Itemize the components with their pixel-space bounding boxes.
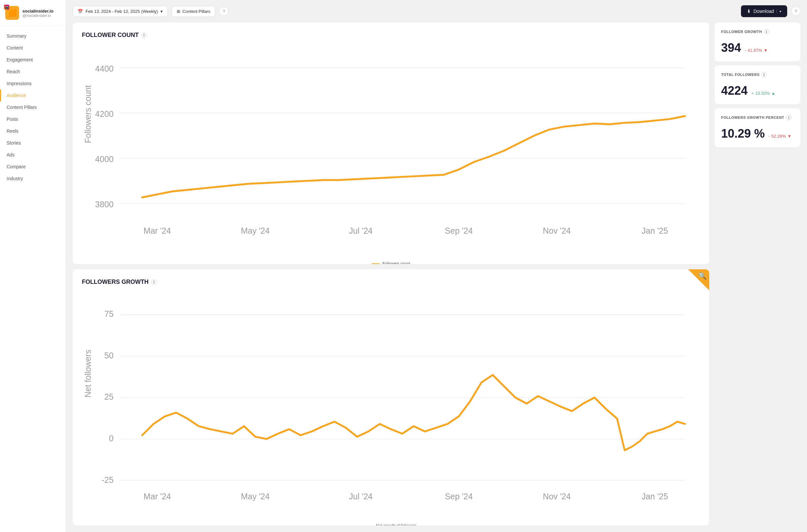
followers-growth-legend: Net growth of followers	[82, 524, 700, 526]
content-pillars-button[interactable]: ⊞ Content Pillars	[172, 6, 215, 17]
up-arrow-icon: ▲	[771, 91, 775, 96]
download-button[interactable]: ⬇ Download ▾	[741, 5, 787, 17]
svg-text:4200: 4200	[95, 109, 114, 118]
svg-text:Mar '24: Mar '24	[144, 226, 171, 235]
logo-icon: 📷 🟧	[5, 6, 19, 20]
svg-text:4400: 4400	[95, 64, 114, 73]
sidebar: 📷 🟧 socialinsider.io @/socialinsider.io …	[0, 0, 66, 532]
sidebar-item-reels[interactable]: Reels	[0, 125, 66, 137]
sidebar-item-compare[interactable]: Compare	[0, 161, 66, 173]
svg-text:3800: 3800	[95, 200, 114, 209]
calendar-icon: 📅	[78, 9, 83, 14]
brand-handle: @/socialinsider.io	[22, 14, 54, 18]
svg-text:Sep '24: Sep '24	[445, 492, 472, 501]
down-arrow-icon: ▼	[764, 48, 768, 53]
sidebar-item-content[interactable]: Content	[0, 42, 66, 54]
total-followers-stat-title: TOTAL FOLLOWERS ℹ	[721, 72, 794, 77]
follower-growth-stat-title: FOLLOWER GROWTH ℹ	[721, 29, 794, 34]
sidebar-item-summary[interactable]: Summary	[0, 30, 66, 42]
download-label: Download	[753, 8, 774, 14]
svg-text:50: 50	[104, 351, 114, 360]
svg-text:Jul '24: Jul '24	[349, 226, 373, 235]
followers-growth-chart-wrapper: 75 50 25 0 -25 Net followers Mar '2	[82, 292, 700, 519]
sidebar-item-industry[interactable]: Industry	[0, 173, 66, 185]
followers-growth-percent-value: 10.29 %	[721, 127, 765, 140]
total-followers-info-icon[interactable]: ℹ	[762, 72, 767, 77]
svg-text:May '24: May '24	[241, 492, 270, 501]
follower-count-card: FOLLOWER COUNT ℹ 4400 4200 4000 3800	[73, 22, 709, 264]
sidebar-item-content-pillars[interactable]: Content Pillars	[0, 101, 66, 113]
followers-growth-legend-label: Net growth of followers	[376, 524, 416, 526]
followers-growth-percent-stat-title: FOLLOWERS GROWTH PERCENT ℹ	[721, 115, 794, 120]
total-followers-value-row: 4224 + 10.32% ▲	[721, 84, 794, 98]
followers-growth-percent-stat-card: FOLLOWERS GROWTH PERCENT ℹ 10.29 % - 52.…	[715, 108, 801, 147]
total-followers-stat-card: TOTAL FOLLOWERS ℹ 4224 + 10.32% ▲	[715, 65, 801, 104]
follower-growth-value: 394	[721, 41, 741, 55]
svg-text:4000: 4000	[95, 154, 114, 164]
svg-text:-25: -25	[102, 475, 114, 484]
sidebar-item-audience[interactable]: Audience	[0, 90, 66, 101]
search-icon: 🔍	[698, 272, 707, 280]
followers-growth-percent-change: - 52.28% ▼	[769, 134, 791, 139]
svg-text:Jan '25: Jan '25	[642, 226, 668, 235]
total-followers-change: + 10.32% ▲	[752, 91, 775, 96]
down-arrow-icon2: ▼	[787, 134, 791, 139]
sidebar-item-engagement[interactable]: Engagement	[0, 54, 66, 66]
sidebar-nav: Summary Content Engagement Reach Impress…	[0, 26, 66, 532]
follower-growth-stat-card: FOLLOWER GROWTH ℹ 394 - 41.97% ▼	[715, 22, 801, 61]
svg-text:0: 0	[109, 434, 114, 443]
sidebar-item-ads[interactable]: Ads	[0, 149, 66, 161]
svg-text:Mar '24: Mar '24	[144, 492, 171, 501]
svg-text:Followers count: Followers count	[83, 85, 92, 143]
follower-count-title: FOLLOWER COUNT ℹ	[82, 32, 700, 39]
svg-text:Nov '24: Nov '24	[543, 492, 570, 501]
main-help-button[interactable]: ?	[791, 6, 801, 16]
followers-growth-card: 🔍 FOLLOWERS GROWTH ℹ 75 50 25	[73, 269, 709, 526]
follower-count-chart: 4400 4200 4000 3800 Followers count Mar …	[82, 45, 700, 256]
content-pillars-label: Content Pillars	[182, 9, 210, 14]
svg-text:Nov '24: Nov '24	[543, 226, 570, 235]
legend-line-icon	[372, 263, 380, 264]
total-followers-value: 4224	[721, 84, 748, 98]
followers-growth-chart: 75 50 25 0 -25 Net followers Mar '2	[82, 292, 700, 518]
sidebar-logo: 📷 🟧 socialinsider.io @/socialinsider.io	[0, 0, 66, 26]
stats-column: FOLLOWER GROWTH ℹ 394 - 41.97% ▼ TOTAL F…	[715, 22, 801, 526]
date-range-button[interactable]: 📅 Feb 13, 2024 - Feb 12, 2025 (Weekly) ▾	[73, 6, 168, 17]
svg-text:Jan '25: Jan '25	[642, 492, 668, 501]
pillars-icon: ⊞	[177, 9, 180, 14]
followers-growth-percent-info-icon[interactable]: ℹ	[786, 115, 791, 120]
follower-growth-value-row: 394 - 41.97% ▼	[721, 41, 794, 55]
sidebar-item-reach[interactable]: Reach	[0, 66, 66, 78]
follower-count-legend-label: Followers count	[382, 261, 410, 264]
followers-growth-title: FOLLOWERS GROWTH ℹ	[82, 279, 700, 285]
brand-name: socialinsider.io	[22, 8, 54, 14]
sidebar-item-posts[interactable]: Posts	[0, 113, 66, 125]
follower-growth-info-icon[interactable]: ℹ	[764, 29, 769, 34]
header-help-button[interactable]: ?	[219, 6, 228, 16]
download-chevron-icon: ▾	[776, 10, 781, 13]
svg-text:May '24: May '24	[241, 226, 270, 235]
follower-growth-change: - 41.97% ▼	[745, 48, 768, 53]
sidebar-item-stories[interactable]: Stories	[0, 137, 66, 149]
svg-text:75: 75	[104, 309, 114, 319]
date-range-label: Feb 13, 2024 - Feb 12, 2025 (Weekly)	[86, 9, 158, 14]
follower-count-chart-wrapper: 4400 4200 4000 3800 Followers count Mar …	[82, 45, 700, 258]
logo-text: socialinsider.io @/socialinsider.io	[22, 8, 54, 18]
svg-text:Jul '24: Jul '24	[349, 492, 373, 501]
follower-count-legend: Followers count	[82, 261, 700, 264]
sidebar-item-impressions[interactable]: Impressions	[0, 78, 66, 90]
svg-text:Sep '24: Sep '24	[445, 226, 472, 235]
main-content: 📅 Feb 13, 2024 - Feb 12, 2025 (Weekly) ▾…	[66, 0, 807, 532]
follower-count-info-icon[interactable]: ℹ	[141, 33, 147, 38]
instagram-badge: 📷	[4, 5, 9, 10]
chevron-down-icon: ▾	[161, 9, 163, 14]
svg-text:Net followers: Net followers	[83, 349, 92, 397]
charts-column: FOLLOWER COUNT ℹ 4400 4200 4000 3800	[73, 22, 709, 526]
svg-text:25: 25	[104, 392, 114, 401]
followers-growth-info-icon[interactable]: ℹ	[151, 280, 156, 285]
download-icon: ⬇	[747, 8, 751, 14]
header: 📅 Feb 13, 2024 - Feb 12, 2025 (Weekly) ▾…	[66, 0, 807, 22]
followers-growth-percent-value-row: 10.29 % - 52.28% ▼	[721, 127, 794, 140]
content-area: FOLLOWER COUNT ℹ 4400 4200 4000 3800	[66, 22, 807, 532]
